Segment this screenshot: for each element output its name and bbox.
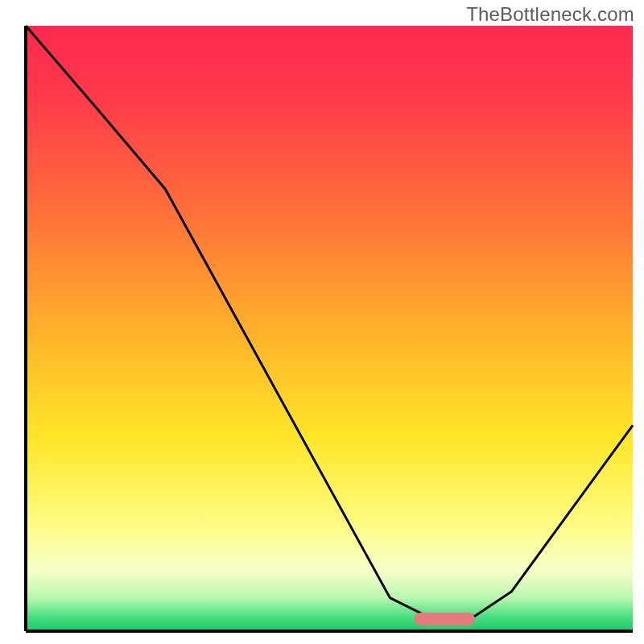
chart-frame: TheBottleneck.com <box>0 0 644 644</box>
bottleneck-chart <box>0 0 644 644</box>
watermark-text: TheBottleneck.com <box>466 3 634 26</box>
gradient-background <box>26 26 633 631</box>
optimal-marker <box>415 613 475 625</box>
